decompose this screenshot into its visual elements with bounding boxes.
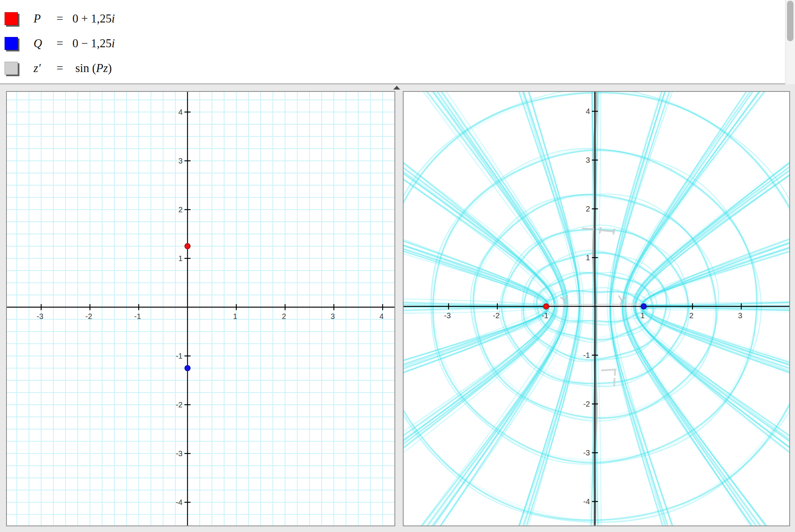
scrollbar-thumb[interactable] <box>787 1 793 41</box>
algebra-panel: P=0 + 1,25i Q=0 − 1,25i z′= sin (Pz) <box>0 0 785 84</box>
y-tick-label: 2 <box>178 205 183 214</box>
x-tick-label: 4 <box>379 312 383 320</box>
x-tick-label: -3 <box>37 312 43 320</box>
legend-row-Q: Q=0 − 1,25i <box>0 31 785 56</box>
y-tick-label: -3 <box>176 449 183 458</box>
color-swatch-Q[interactable] <box>5 37 18 50</box>
x-tick-label: 2 <box>689 311 693 320</box>
z-plane-view[interactable]: -3-2-11234-4-3-2-11234 <box>7 92 394 526</box>
formula-Q-lhs: Q <box>34 37 53 50</box>
formula-Q: Q=0 − 1,25i <box>34 37 115 50</box>
point-image-of-Q <box>641 304 646 309</box>
y-tick-label: 1 <box>586 253 590 262</box>
y-tick-label: -4 <box>176 498 183 506</box>
legend-row-zprime: z′= sin (Pz) <box>0 56 785 80</box>
axes <box>7 92 394 526</box>
x-tick-label: -1 <box>134 312 141 320</box>
y-tick-label: 1 <box>178 254 183 263</box>
formula-Q-value: 0 − 1,25 <box>72 37 112 50</box>
coordinate-grid <box>7 92 394 526</box>
formula-zprime-lhs: z′ <box>34 61 53 75</box>
y-tick-label: -4 <box>583 497 590 506</box>
y-tick-label: 2 <box>586 205 590 213</box>
x-tick-label: 3 <box>738 311 742 320</box>
x-tick-label: -1 <box>542 311 548 320</box>
y-tick-label: 3 <box>586 156 590 164</box>
point-Q[interactable] <box>185 365 190 371</box>
formula-P: P=0 + 1,25i <box>34 12 115 26</box>
x-tick-label: -2 <box>85 312 92 320</box>
formula-P-lhs: P <box>34 12 53 26</box>
formula-Q-i: i <box>112 37 115 50</box>
y-tick-label: 3 <box>178 157 183 165</box>
y-tick-label: 4 <box>178 108 183 116</box>
formula-P-value: 0 + 1,25 <box>72 12 112 25</box>
formula-zprime-close: ) <box>108 61 112 75</box>
x-tick-label: -2 <box>493 311 500 320</box>
y-tick-label: -3 <box>583 449 590 457</box>
y-tick-label: -2 <box>583 400 590 408</box>
formula-zprime-sin: sin ( <box>72 61 96 75</box>
y-tick-label: -1 <box>583 351 590 359</box>
formula-zprime: z′= sin (Pz) <box>34 61 112 75</box>
z-plane-panel: -3-2-11234-4-3-2-11234 <box>6 91 395 526</box>
equals-sign: = <box>54 61 66 75</box>
y-tick-label: 4 <box>586 107 590 115</box>
y-tick-label: -1 <box>176 352 183 360</box>
legend-row-P: P=0 + 1,25i <box>0 6 785 31</box>
x-tick-label: -3 <box>444 311 451 320</box>
color-swatch-zprime[interactable] <box>5 62 18 75</box>
x-tick-label: 3 <box>330 312 335 320</box>
y-tick-label: -2 <box>176 401 183 409</box>
color-swatch-P[interactable] <box>5 12 18 25</box>
equals-sign: = <box>54 12 66 26</box>
formula-zprime-arg: Pz <box>96 61 108 75</box>
x-tick-label: 2 <box>282 312 286 320</box>
w-plane-view[interactable]: -3-2-1123-4-3-2-11234 <box>404 92 789 526</box>
splitter-collapse-caret-icon[interactable] <box>393 86 400 90</box>
formula-P-i: i <box>112 12 115 25</box>
w-plane-panel: -3-2-1123-4-3-2-11234 <box>403 91 790 526</box>
point-P[interactable] <box>185 244 190 249</box>
point-image-of-P <box>543 304 549 309</box>
x-tick-label: 1 <box>233 312 237 320</box>
algebra-scrollbar[interactable] <box>785 0 795 84</box>
equals-sign: = <box>54 37 66 50</box>
x-tick-label: 1 <box>640 311 644 320</box>
